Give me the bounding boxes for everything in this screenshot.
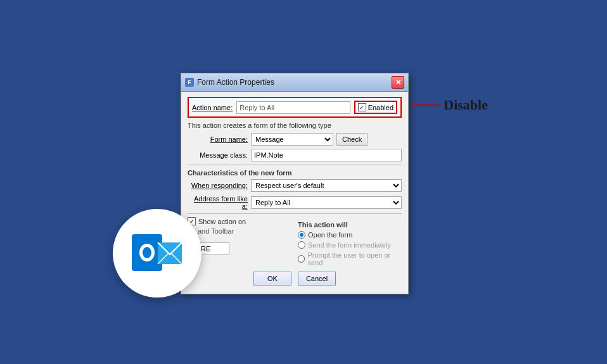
radio-group: Open the form Send the form immediately … (298, 231, 402, 267)
form-name-select[interactable]: Message (251, 133, 333, 146)
section-divider-2 (188, 213, 402, 214)
dialog-title: Form Action Properties (197, 78, 274, 87)
disable-annotation: Disable (415, 97, 488, 113)
two-col-section: Show action on and Toolbar This action w… (188, 217, 402, 267)
form-name-label: Form name: (188, 135, 248, 143)
radio-send-immediately: Send the form immediately (298, 241, 402, 249)
enabled-checkbox-area: ✓ Enabled (354, 101, 397, 114)
radio-prompt-user-label: Prompt the user to open or send (307, 251, 402, 267)
message-class-row: Message class: (188, 149, 402, 161)
dialog-icon: F (185, 78, 194, 87)
when-responding-select[interactable]: Respect user's default (251, 179, 402, 192)
when-responding-row: When responding: Respect user's default (188, 179, 402, 192)
address-form-label: Address form like a: (188, 195, 248, 210)
action-name-row: Action name: ✓ Enabled (188, 97, 402, 118)
enabled-label: Enabled (368, 104, 393, 111)
enabled-checkbox[interactable]: ✓ (358, 103, 366, 111)
action-description: This action creates a form of the follow… (188, 122, 402, 129)
section-divider-1 (188, 165, 402, 165)
ok-button[interactable]: OK (253, 272, 291, 286)
show-action-label: Show action on (198, 218, 246, 225)
when-responding-label: When responding: (188, 182, 248, 189)
radio-open-form-btn[interactable] (298, 231, 305, 239)
right-column: This action will Open the form Send the … (298, 217, 402, 267)
action-name-input[interactable] (236, 101, 350, 114)
cancel-button[interactable]: Cancel (298, 272, 336, 286)
radio-send-immediately-btn[interactable] (298, 241, 305, 249)
arrow-line (415, 104, 440, 106)
form-action-properties-dialog: F Form Action Properties ✕ Action name: … (181, 73, 409, 294)
radio-prompt-user-btn[interactable] (298, 255, 305, 263)
address-form-row: Address form like a: Reply to All (188, 195, 402, 210)
form-name-row: Form name: Message Check (188, 133, 402, 146)
disable-text: Disable (444, 97, 488, 113)
radio-open-form-label: Open the form (308, 231, 352, 239)
menu-toolbar-label: and Toolbar (198, 227, 291, 235)
radio-open-form: Open the form (298, 231, 402, 239)
this-action-header: This action will (298, 221, 402, 229)
outlook-icon-circle (113, 209, 201, 298)
show-action-row: Show action on (188, 217, 291, 225)
message-class-label: Message class: (188, 151, 248, 159)
dialog-content: Action name: ✓ Enabled This action creat… (181, 92, 408, 294)
radio-prompt-user: Prompt the user to open or send (298, 251, 402, 267)
titlebar-left: F Form Action Properties (185, 78, 274, 87)
close-button[interactable]: ✕ (392, 76, 404, 89)
message-class-input[interactable] (251, 149, 402, 161)
radio-send-immediately-label: Send the form immediately (308, 241, 391, 249)
dialog-titlebar: F Form Action Properties ✕ (181, 73, 408, 92)
svg-point-2 (143, 247, 151, 258)
action-name-label: Action name: (192, 104, 233, 111)
characteristics-header: Characteristics of the new form (188, 169, 402, 177)
prefix-row (188, 237, 291, 255)
address-form-select[interactable]: Reply to All (251, 196, 402, 209)
check-button[interactable]: Check (336, 133, 367, 146)
outlook-logo-icon (129, 225, 186, 282)
button-row: OK Cancel (188, 272, 402, 289)
left-column: Show action on and Toolbar (188, 217, 291, 267)
prefix-input[interactable] (198, 242, 229, 255)
